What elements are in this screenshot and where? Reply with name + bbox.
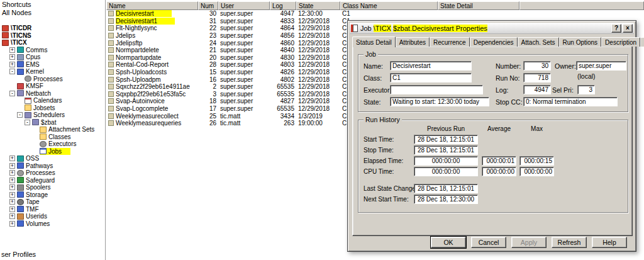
column-header-user[interactable]: User xyxy=(218,1,270,10)
expand-plus-icon[interactable]: + xyxy=(9,170,15,176)
expand-plus-icon[interactable]: + xyxy=(9,47,15,53)
tree-item-ticx[interactable]: \TICX xyxy=(0,39,105,47)
expand-plus-icon[interactable]: + xyxy=(9,206,15,212)
job-row-icon xyxy=(108,106,114,111)
job-name: Weeklymeasurequeries xyxy=(116,120,181,127)
column-header-log[interactable]: Log xyxy=(270,1,296,10)
tab-recurrence[interactable]: Recurrence xyxy=(430,37,470,47)
collapse-minus-icon[interactable]: - xyxy=(9,91,15,96)
sel-pri-label: Sel Pri: xyxy=(552,86,574,94)
run-history-label: Elapsed Time: xyxy=(364,157,414,164)
tree-item-ticdr[interactable]: \TICDR xyxy=(0,25,105,32)
name-field[interactable]: Decisivrestart xyxy=(390,61,472,71)
sidebar-header: Shortcuts xyxy=(0,0,105,9)
tree-item-label: OSS xyxy=(26,155,39,162)
class-field[interactable]: C1 xyxy=(390,73,472,82)
tree-item-comms[interactable]: +Comms xyxy=(0,47,105,54)
tab-attach-sets[interactable]: Attach. Sets xyxy=(518,37,559,47)
node-red-icon xyxy=(2,25,9,31)
tree-item-safeguard[interactable]: +Safeguard xyxy=(0,177,105,184)
tab-history[interactable]: History xyxy=(640,37,644,47)
cell-name: Sqxpbp2f29eb61e53fa5c xyxy=(106,91,198,98)
netbatch-icon xyxy=(17,90,24,96)
collapse-minus-icon[interactable]: - xyxy=(17,112,23,118)
tab-status-detail[interactable]: Status Detail xyxy=(352,37,396,47)
tab-attributes[interactable]: Attributes xyxy=(396,37,430,47)
tree-item-ems[interactable]: +EMS xyxy=(0,61,105,69)
volumes-icon xyxy=(17,220,24,227)
tree-item-ticns[interactable]: \TICNS xyxy=(0,32,105,40)
tree-item-tape[interactable]: +Tape xyxy=(0,198,105,206)
tree-item-kmsf[interactable]: KMSF xyxy=(0,82,105,90)
tree-item-classes[interactable]: Classes xyxy=(0,133,105,141)
expand-plus-icon[interactable]: + xyxy=(9,155,15,161)
tab-description[interactable]: Description xyxy=(601,37,640,47)
tree-item-userids[interactable]: +Userids xyxy=(0,213,105,220)
column-header-num[interactable]: Num xyxy=(198,1,218,10)
tree-item-calendars[interactable]: Calendars xyxy=(0,97,105,105)
tab-run-options[interactable]: Run Options xyxy=(559,37,602,47)
job-row-icon xyxy=(108,69,114,75)
tree-item-spoolers[interactable]: +Spoolers xyxy=(0,184,105,191)
node-red-icon xyxy=(2,40,9,46)
help-button[interactable]: Help xyxy=(592,237,627,248)
column-header-name[interactable]: Name xyxy=(106,1,198,10)
dialog-close-icon[interactable]: × xyxy=(623,24,633,33)
expand-plus-icon[interactable]: + xyxy=(9,163,15,169)
tree-item-attachment-sets[interactable]: Attachment Sets xyxy=(0,126,105,133)
ok-button[interactable]: OK xyxy=(431,237,466,248)
state-field: Waiting to start: 12:30:00 today xyxy=(390,97,489,106)
tree-item-oss[interactable]: +OSS xyxy=(0,155,105,162)
table-row-decisivrestart[interactable]: Decisivrestart30super.super494712:30:00C… xyxy=(106,10,644,18)
expand-plus-icon[interactable]: + xyxy=(9,199,15,205)
expand-plus-icon[interactable]: + xyxy=(9,184,15,190)
column-header-class-name[interactable]: Class Name xyxy=(340,1,438,10)
run-history-row-stop-time: Stop Time:28 Dec 18, 12:15:01 xyxy=(364,145,628,155)
cell-log: 4802 xyxy=(270,76,296,83)
tree-item-label: Netbatch xyxy=(26,90,51,97)
expand-plus-icon[interactable]: + xyxy=(9,178,15,183)
tree-item-cpus[interactable]: +Cpus xyxy=(0,54,105,61)
run-history-label: Stop Time: xyxy=(364,147,414,154)
column-header-state[interactable]: State xyxy=(296,1,340,10)
sel-pri-field[interactable]: 3 xyxy=(577,85,595,94)
expand-plus-icon[interactable]: + xyxy=(9,213,15,219)
refresh-button[interactable]: Refresh xyxy=(552,237,587,248)
cell-log: 4860 xyxy=(270,40,296,47)
tree-item-kernel[interactable]: -Kernel xyxy=(0,68,105,76)
dialog-tab-strip: Status DetailAttributesRecurrenceDepende… xyxy=(352,37,644,47)
executor-field[interactable] xyxy=(390,85,483,94)
tree-item-jobs[interactable]: Jobs xyxy=(0,148,105,155)
dialog-titlebar[interactable]: Job \TICX $zbat.Decisivrestart Propertie… xyxy=(350,23,634,34)
expand-plus-icon[interactable]: + xyxy=(9,54,15,60)
collapse-minus-icon[interactable]: - xyxy=(25,120,30,125)
dialog-help-button[interactable]: ? xyxy=(611,24,621,33)
cancel-button[interactable]: Cancel xyxy=(471,237,506,248)
tab-page-status-detail: Job Name: Decisivrestart Class: C1 Execu… xyxy=(352,46,633,236)
tree-item-volumes[interactable]: +Volumes xyxy=(0,220,105,228)
tree-item-zbat[interactable]: -$zbat xyxy=(0,119,105,127)
column-header-state-detail[interactable]: State Detail xyxy=(438,1,519,10)
tab-dependencies[interactable]: Dependencies xyxy=(470,37,518,47)
expand-spacer xyxy=(32,149,38,154)
tree-item-pathways[interactable]: +Pathways xyxy=(0,162,105,170)
expand-plus-icon[interactable]: + xyxy=(9,192,15,198)
scheduler-icon xyxy=(25,112,31,118)
collapse-minus-icon[interactable]: - xyxy=(9,69,15,74)
class-label: Class: xyxy=(364,74,382,82)
tree-item-processes[interactable]: +Processes xyxy=(0,169,105,177)
expand-plus-icon[interactable]: + xyxy=(9,62,15,67)
tree-item-tmf[interactable]: +TMF xyxy=(0,206,105,213)
tree-item-jobsets[interactable]: Jobsets xyxy=(0,105,105,112)
jobs-icon xyxy=(40,148,47,154)
tree-item-executors[interactable]: Executors xyxy=(0,140,105,148)
zbat-icon xyxy=(32,119,39,125)
tree-item-netbatch[interactable]: -Netbatch xyxy=(0,90,105,98)
tree-item-label: EMS xyxy=(26,61,40,68)
tree-item-storage[interactable]: +Storage xyxy=(0,191,105,199)
tree-item-label: Spoolers xyxy=(26,184,50,191)
tree-item-processes[interactable]: Processes xyxy=(0,76,105,83)
tree-item-schedulers[interactable]: -Schedulers xyxy=(0,111,105,119)
expand-plus-icon[interactable]: + xyxy=(9,221,15,227)
cell-num: 22 xyxy=(198,25,218,31)
